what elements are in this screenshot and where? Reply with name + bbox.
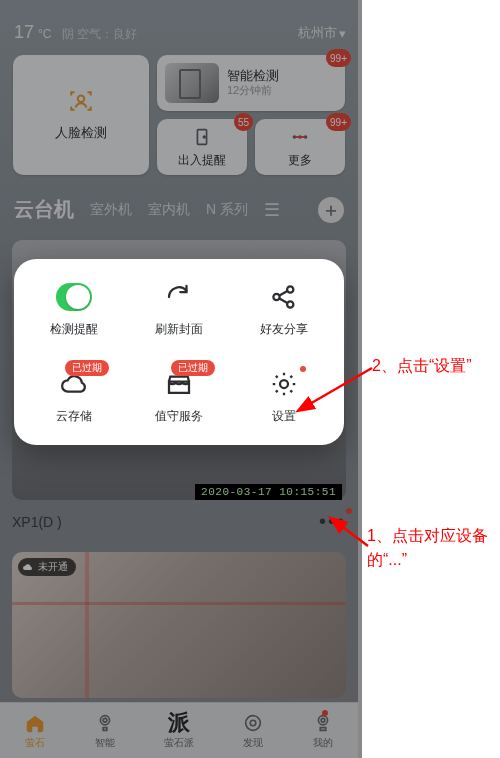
svg-point-8 (246, 715, 261, 730)
tab-outdoor[interactable]: 室外机 (90, 201, 132, 219)
nav-home[interactable]: 萤石 (24, 712, 46, 750)
device-name: XP1(D ) (12, 514, 62, 530)
more-icon (289, 126, 311, 148)
device-more-dot (346, 508, 352, 514)
smart-time: 12分钟前 (227, 84, 279, 97)
device-action-sheet: 检测提醒 刷新封面 好友分享 已过期 云存储 (14, 259, 344, 445)
more-badge: 99+ (326, 113, 351, 131)
nav-pai-label: 萤石派 (164, 736, 194, 750)
weather-desc: 阴 空气：良好 (62, 26, 137, 43)
cloud-storage-pill[interactable]: 未开通 (18, 558, 76, 576)
share-icon (266, 281, 302, 313)
face-icon (68, 88, 94, 114)
action-settings[interactable]: 设置 (235, 368, 334, 425)
nav-smart-label: 智能 (95, 736, 115, 750)
card-more[interactable]: 更多 99+ (255, 119, 345, 175)
tab-ptz[interactable]: 云台机 (14, 196, 74, 223)
action-settings-label: 设置 (272, 408, 296, 425)
card-smart-detect[interactable]: 智能检测 12分钟前 99+ (157, 55, 345, 111)
action-share[interactable]: 好友分享 (235, 281, 334, 338)
phone-screen: 17 °C 阴 空气：良好 杭州市 ▾ 人脸检测 智能检测 12分钟前 99 (0, 0, 358, 758)
action-cloud-storage[interactable]: 已过期 云存储 (24, 368, 123, 425)
temp-value: 17 (14, 22, 34, 43)
camera-icon (94, 712, 116, 734)
nav-mine-dot (322, 710, 328, 716)
top-cards: 人脸检测 智能检测 12分钟前 99+ 出入提醒 55 (13, 55, 345, 175)
action-duty-label: 值守服务 (155, 408, 203, 425)
svg-point-11 (321, 718, 325, 722)
action-share-label: 好友分享 (260, 321, 308, 338)
duty-expired-badge: 已过期 (171, 360, 215, 376)
annotation-1-text: 1、点击对应设备的“...” (367, 524, 500, 572)
svg-point-9 (250, 720, 256, 726)
tabs-menu-icon[interactable]: ☰ (264, 199, 280, 221)
annotation-panel: 2、点击“设置” 1、点击对应设备的“...” (362, 0, 500, 758)
svg-point-10 (318, 715, 327, 724)
cloud-icon (22, 561, 34, 573)
nav-smart[interactable]: 智能 (94, 712, 116, 750)
smart-thumbnail (165, 63, 219, 103)
pai-glyph: 派 (168, 712, 190, 734)
io-label: 出入提醒 (178, 152, 226, 169)
nav-discover[interactable]: 发现 (242, 712, 264, 750)
action-duty-service[interactable]: 已过期 值守服务 (129, 368, 228, 425)
svg-point-6 (100, 715, 109, 724)
action-detect-alert[interactable]: 检测提醒 (24, 281, 123, 338)
smart-title: 智能检测 (227, 69, 279, 84)
location-city: 杭州市 (298, 24, 337, 42)
settings-dot (300, 366, 306, 372)
card-in-out[interactable]: 出入提醒 55 (157, 119, 247, 175)
svg-point-0 (78, 96, 85, 103)
action-cloud-label: 云存储 (56, 408, 92, 425)
nav-mine-label: 我的 (313, 736, 333, 750)
device-more-button[interactable]: ••• (319, 510, 346, 533)
io-badge: 55 (234, 113, 253, 131)
tab-indoor[interactable]: 室内机 (148, 201, 190, 219)
camera-preview-secondary[interactable]: 未开通 (12, 552, 346, 698)
device-row: XP1(D ) ••• (12, 510, 346, 533)
pill-label: 未开通 (38, 560, 68, 574)
more-label: 更多 (288, 152, 312, 169)
svg-point-15 (280, 380, 288, 388)
home-icon (24, 712, 46, 734)
bottom-nav: 萤石 智能 派 萤石派 发现 我的 (0, 702, 358, 758)
refresh-icon (161, 281, 197, 313)
location-selector[interactable]: 杭州市 ▾ (298, 24, 346, 42)
door-icon (191, 126, 213, 148)
camera-timestamp: 2020-03-17 10:15:51 (195, 484, 342, 500)
action-detect-label: 检测提醒 (50, 321, 98, 338)
weather-bar: 17 °C 阴 空气：良好 (14, 22, 137, 43)
category-tabs: 云台机 室外机 室内机 N 系列 ☰ ＋ (14, 196, 344, 223)
nav-mine[interactable]: 我的 (312, 712, 334, 750)
temp-unit: °C (38, 27, 51, 41)
add-device-button[interactable]: ＋ (318, 197, 344, 223)
action-refresh-label: 刷新封面 (155, 321, 203, 338)
svg-point-2 (203, 136, 205, 138)
nav-pai[interactable]: 派 萤石派 (164, 712, 194, 750)
svg-point-7 (103, 718, 107, 722)
nav-discover-label: 发现 (243, 736, 263, 750)
gear-icon (266, 368, 302, 400)
card-face-label: 人脸检测 (55, 124, 107, 142)
chevron-down-icon: ▾ (339, 26, 346, 41)
annotation-2-text: 2、点击“设置” (372, 354, 472, 378)
smart-badge: 99+ (326, 49, 351, 67)
toggle-icon[interactable] (56, 283, 92, 311)
card-face-detect[interactable]: 人脸检测 (13, 55, 149, 175)
nav-home-label: 萤石 (25, 736, 45, 750)
action-refresh-cover[interactable]: 刷新封面 (129, 281, 228, 338)
target-icon (242, 712, 264, 734)
tab-n-series[interactable]: N 系列 (206, 201, 248, 219)
cloud-expired-badge: 已过期 (65, 360, 109, 376)
